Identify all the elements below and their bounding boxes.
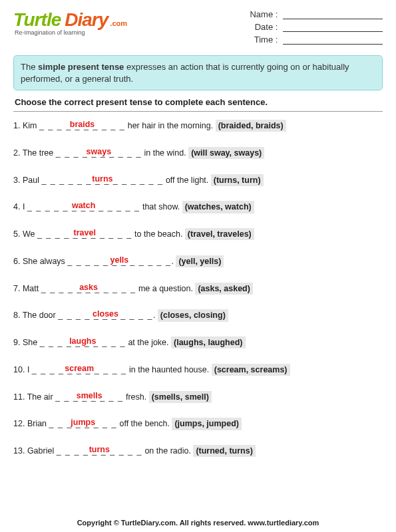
question-post: on the radio. xyxy=(142,446,193,456)
answer-text: jumps xyxy=(49,417,117,428)
options-text: (travel, traveles) xyxy=(185,228,254,240)
question-pre: We xyxy=(23,229,37,239)
options-text: (will sway, sways) xyxy=(188,147,264,159)
meta-date-row: Date : xyxy=(250,22,383,32)
answer-text: watch xyxy=(27,200,140,211)
question-pre: The air xyxy=(27,392,55,402)
question-row: 8. The door _ _ _ _ _ _ _ _ _ _ _closes.… xyxy=(13,309,383,321)
answer-text: scream xyxy=(32,363,127,374)
question-row: 9. She _ _ _ _ _ _ _ _ _ _laughs at the … xyxy=(13,336,383,348)
answer-text: braids xyxy=(39,119,125,130)
logo-tagline: Re-Imagination of learning xyxy=(15,29,127,36)
question-pre: She xyxy=(23,338,40,347)
answer-text: smells xyxy=(55,390,123,401)
answer-text: yells xyxy=(67,255,171,265)
question-row: 3. Paul _ _ _ _ _ _ _ _ _ _ _ _ _ _turns… xyxy=(13,174,383,186)
question-post: to the beach. xyxy=(132,229,185,239)
options-text: (asks, asked) xyxy=(195,283,253,295)
question-pre: I xyxy=(27,365,32,374)
header-row: Turtle Diary .com Re-Imagination of lear… xyxy=(13,9,383,47)
options-text: (yell, yells) xyxy=(176,255,224,267)
question-post: in the wind. xyxy=(142,148,188,158)
answer-text: travel xyxy=(37,227,132,238)
question-post: in the haunted house. xyxy=(127,365,212,374)
question-list: 1. Kim _ _ _ _ _ _ _ _ _ _braids her hai… xyxy=(13,120,383,457)
question-row: 6. She always _ _ _ _ _ _ _ _ _ _ _ _yel… xyxy=(13,255,383,267)
answer-blank: _ _ _ _ _ _ _ _ _ _laughs xyxy=(40,337,126,348)
question-number: 1. xyxy=(13,121,20,130)
meta-block: Name : Date : Time : xyxy=(250,9,383,47)
options-text: (watches, watch) xyxy=(182,201,254,213)
options-text: (laughs, laughed) xyxy=(171,336,245,348)
question-number: 13. xyxy=(13,446,25,456)
question-row: 5. We _ _ _ _ _ _ _ _ _ _ _travel to the… xyxy=(13,228,383,240)
answer-text: asks xyxy=(41,282,136,293)
question-row: 2. The tree _ _ _ _ _ _ _ _ _ _sways in … xyxy=(13,147,383,159)
options-text: (turned, turns) xyxy=(193,445,255,457)
options-text: (closes, closing) xyxy=(158,309,228,321)
question-number: 6. xyxy=(13,257,20,266)
question-number: 7. xyxy=(13,284,20,293)
question-pre: I xyxy=(23,202,27,211)
question-row: 7. Matt _ _ _ _ _ _ _ _ _ _ _asks me a q… xyxy=(13,283,383,295)
options-text: (scream, screams) xyxy=(212,364,290,376)
question-post: at the joke. xyxy=(126,338,171,347)
meta-name-line xyxy=(283,10,383,19)
question-pre: The door xyxy=(23,311,59,320)
answer-blank: _ _ _ _ _ _ _ _ _ _ _ _yells xyxy=(67,256,171,267)
question-pre: The tree xyxy=(23,148,56,158)
answer-blank: _ _ _ _ _ _ _ _ _ _ _travel xyxy=(37,229,132,239)
logo-dotcom: .com xyxy=(110,19,127,27)
question-pre: Gabriel xyxy=(27,446,57,456)
answer-blank: _ _ _ _ _ _ _ _ _ _braids xyxy=(39,120,125,131)
question-number: 5. xyxy=(13,229,20,239)
instruction: Choose the correct present tense to comp… xyxy=(13,97,383,107)
question-post: fresh. xyxy=(123,392,148,402)
question-post: off the bench. xyxy=(117,419,172,428)
answer-blank: _ _ _ _ _ _ _ _ _ _ _closes xyxy=(58,310,153,321)
question-post: her hair in the morning. xyxy=(125,121,216,130)
meta-date-line xyxy=(283,23,383,32)
footer: Copyright © TurtleDiary.com. All rights … xyxy=(0,519,396,527)
question-pre: Matt xyxy=(23,284,41,293)
meta-name-label: Name : xyxy=(250,9,278,19)
question-number: 8. xyxy=(13,311,20,320)
question-number: 2. xyxy=(13,148,20,158)
question-number: 4. xyxy=(13,202,20,211)
question-number: 11. xyxy=(13,392,25,402)
logo-turtle: Turtle xyxy=(13,9,61,31)
question-row: 13. Gabriel _ _ _ _ _ _ _ _ _ _turns on … xyxy=(13,445,383,457)
options-text: (smells, smell) xyxy=(149,391,212,403)
answer-blank: _ _ _ _ _ _ _ _ _ _ _asks xyxy=(41,283,136,294)
question-pre: Kim xyxy=(23,121,39,130)
info-prefix: The xyxy=(21,62,38,72)
answer-blank: _ _ _ _ _ _ _ _ _ _ _ _ _ _turns xyxy=(41,175,163,186)
question-post: . xyxy=(171,257,176,266)
question-pre: Paul xyxy=(23,176,42,185)
answer-blank: _ _ _ _ _ _ _ _ _ _sways xyxy=(56,148,142,158)
logo-diary: Diary xyxy=(65,9,108,31)
meta-time-line xyxy=(283,35,383,45)
question-number: 10. xyxy=(13,365,25,374)
question-pre: Brian xyxy=(27,419,49,428)
question-row: 1. Kim _ _ _ _ _ _ _ _ _ _braids her hai… xyxy=(13,120,383,132)
answer-blank: _ _ _ _ _ _ _ _ _ _ _ _ _watch xyxy=(27,201,140,212)
question-post: me a question. xyxy=(136,284,195,293)
answer-text: laughs xyxy=(40,336,126,346)
question-number: 3. xyxy=(13,176,20,185)
question-row: 11. The air _ _ _ _ _ _ _ _smells fresh.… xyxy=(13,391,383,403)
meta-time-label: Time : xyxy=(254,35,278,45)
meta-date-label: Date : xyxy=(255,22,278,32)
logo: Turtle Diary .com Re-Imagination of lear… xyxy=(13,9,127,36)
question-number: 9. xyxy=(13,338,20,347)
options-text: (turns, turn) xyxy=(211,174,264,186)
answer-text: closes xyxy=(58,309,153,319)
answer-blank: _ _ _ _ _ _ _ _smells xyxy=(55,392,123,402)
meta-time-row: Time : xyxy=(250,35,383,45)
answer-blank: _ _ _ _ _ _ _ _jumps xyxy=(49,418,117,429)
answer-text: sways xyxy=(56,146,142,157)
question-pre: She always xyxy=(23,257,67,266)
question-post: off the light. xyxy=(163,176,210,185)
options-text: (jumps, jumped) xyxy=(172,418,242,430)
logo-main: Turtle Diary .com xyxy=(13,9,127,31)
